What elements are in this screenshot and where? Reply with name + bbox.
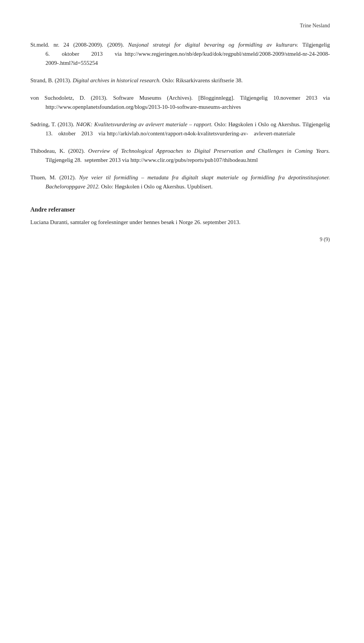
reference-strand-text: Strand, B. (2013). Digital archives in h… xyxy=(30,76,330,85)
andre-referanser-text: Luciana Duranti, samtaler og forelesning… xyxy=(30,218,330,227)
reference-strand: Strand, B. (2013). Digital archives in h… xyxy=(30,76,330,85)
reference-stmeld-text: St.meld. nr. 24 (2008-2009). (2009). Nas… xyxy=(30,40,330,67)
reference-thibodeau: Thibodeau, K. (2002). Overview of Techno… xyxy=(30,146,330,165)
andre-referanser-content: Luciana Duranti, samtaler og forelesning… xyxy=(30,218,330,227)
page-number: 9 (9) xyxy=(320,237,330,242)
reference-thuen-text: Thuen, M. (2012). Nye veier til formidli… xyxy=(30,173,330,191)
reference-suchodoletz: von Suchodoletz, D. (2013). Software Mus… xyxy=(30,93,330,111)
reference-thibodeau-text: Thibodeau, K. (2002). Overview of Techno… xyxy=(30,146,330,165)
page-container: Trine Nesland St.meld. nr. 24 (2008-2009… xyxy=(0,0,364,258)
reference-sodring-text: Sødring, T. (2013). N4OK: Kvalitetsvurde… xyxy=(30,120,330,138)
author-name: Trine Nesland xyxy=(300,23,330,28)
page-header: Trine Nesland xyxy=(30,23,330,29)
page-footer: 9 (9) xyxy=(320,237,330,243)
reference-stmeld: St.meld. nr. 24 (2008-2009). (2009). Nas… xyxy=(30,40,330,67)
section-heading: Andre referanser xyxy=(30,206,330,213)
reference-sodring: Sødring, T. (2013). N4OK: Kvalitetsvurde… xyxy=(30,120,330,138)
reference-thuen: Thuen, M. (2012). Nye veier til formidli… xyxy=(30,173,330,191)
reference-suchodoletz-text: von Suchodoletz, D. (2013). Software Mus… xyxy=(30,93,330,111)
